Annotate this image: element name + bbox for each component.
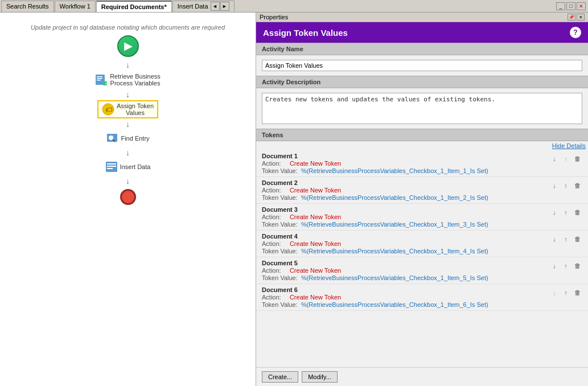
close-btn[interactable]: ✕ [577,2,586,10]
hide-details-button[interactable]: Hide Details [552,142,586,149]
tab-required-docs-label: Required Documents* [101,3,167,10]
properties-heading: Assign Token Values ? [256,22,588,43]
token-up-btn-3[interactable]: ↑ [561,207,571,217]
token-action-field-3: Action: Create New Token [262,213,549,220]
main-layout: Update project in sql database notating … [0,13,588,386]
svg-rect-12 [107,163,116,165]
token-value-label-6: Token Value: [262,301,299,308]
token-down-btn-6[interactable]: ↓ [549,288,560,298]
token-entry-4: Document 4 Action: Create New Token Toke… [256,231,588,257]
properties-title-bar: Properties 📌 ✕ [256,13,588,22]
svg-rect-1 [97,76,102,77]
arrow-1: ↓ [126,60,130,69]
token-value-value-1: %(RetrieveBusinessProcessVariables_Check… [301,167,488,174]
token-action-label-6: Action: [262,294,288,301]
tokens-section-header: Tokens [256,129,588,141]
token-value-label-1: Token Value: [262,167,299,174]
arrow-2: ↓ [126,90,130,99]
activity-find-entry[interactable]: Find Entry [101,130,154,147]
create-button[interactable]: Create... [262,371,298,383]
find-entry-label: Find Entry [121,135,149,142]
token-action-field-2: Action: Create New Token [262,187,549,194]
token-action-label-3: Action: [262,213,288,220]
tab-insert-data-label: Insert Data [178,3,208,10]
token-actions-5: ↓ ↑ 🗑 [549,260,582,271]
token-info-6: Document 6 Action: Create New Token Toke… [262,286,549,308]
token-action-field-6: Action: Create New Token [262,294,549,301]
retrieve-label: Retrieve BusinessProcess Variables [110,73,161,87]
tab-search-results-label: Search Results [6,3,49,10]
token-delete-btn-2[interactable]: 🗑 [572,180,582,191]
assign-token-icon: 🏷 [102,103,114,116]
tab-search-results[interactable]: Search Results [1,1,54,12]
activity-name-input[interactable] [262,60,582,71]
token-delete-btn-5[interactable]: 🗑 [572,261,582,271]
token-value-value-4: %(RetrieveBusinessProcessVariables_Check… [301,248,488,254]
token-delete-btn-1[interactable]: 🗑 [572,154,582,164]
end-node [120,189,136,205]
token-value-label-3: Token Value: [262,221,299,228]
token-value-field-4: Token Value: %(RetrieveBusinessProcessVa… [262,248,549,254]
svg-rect-14 [107,168,113,169]
token-entry-6: Document 6 Action: Create New Token Toke… [256,284,588,311]
properties-heading-label: Assign Token Values [263,28,348,38]
token-delete-btn-6[interactable]: 🗑 [572,288,582,298]
workflow-canvas: Update project in sql database notating … [0,13,256,211]
token-info-2: Document 2 Action: Create New Token Toke… [262,179,549,201]
token-name-5: Document 5 [262,260,549,266]
maximize-btn[interactable]: □ [566,2,575,10]
tokens-section: Hide Details Document 1 Action: Create N… [256,141,588,367]
token-up-btn-4[interactable]: ↑ [561,234,571,244]
token-entry-header-4: Document 4 Action: Create New Token Toke… [262,233,582,254]
token-entry-header-2: Document 2 Action: Create New Token Toke… [262,179,582,201]
token-entry-header-5: Document 5 Action: Create New Token Toke… [262,260,582,281]
tab-required-docs[interactable]: Required Documents* [96,1,172,12]
token-value-value-2: %(RetrieveBusinessProcessVariables_Check… [301,194,488,201]
svg-rect-3 [97,80,101,81]
token-down-btn-3[interactable]: ↓ [549,207,560,217]
tab-insert-data[interactable]: Insert Data ◄ ► [172,1,235,12]
token-up-btn-2[interactable]: ↑ [561,180,571,191]
token-action-field-4: Action: Create New Token [262,240,549,247]
svg-point-9 [109,135,113,140]
tab-prev-btn[interactable]: ◄ [211,2,220,11]
tab-workflow-1[interactable]: Workflow 1 [55,1,96,12]
token-down-btn-4[interactable]: ↓ [549,234,560,244]
workflow-description: Update project in sql database notating … [31,24,225,31]
token-up-btn-1[interactable]: ↑ [561,154,571,164]
token-actions-4: ↓ ↑ 🗑 [549,233,582,244]
token-value-value-6: %(RetrieveBusinessProcessVariables_Check… [301,301,488,308]
prop-pin-btn[interactable]: 📌 [568,14,575,20]
activity-assign-token[interactable]: 🏷 Assign TokenValues [97,100,158,118]
minimize-btn[interactable]: _ [556,2,565,10]
start-node: ▶ [117,35,139,57]
token-action-value-2: Create New Token [290,187,341,194]
token-actions-6: ↓ ↑ 🗑 [549,286,582,298]
token-actions-3: ↓ ↑ 🗑 [549,206,582,217]
find-entry-icon [106,132,118,145]
token-up-btn-5[interactable]: ↑ [561,261,571,271]
token-down-btn-5[interactable]: ↓ [549,261,560,271]
activity-desc-textarea[interactable] [262,93,582,124]
token-delete-btn-4[interactable]: 🗑 [572,234,582,244]
activity-retrieve[interactable]: ✓ Retrieve BusinessProcess Variables [91,71,165,89]
arrow-3: ↓ [126,120,130,129]
token-value-field-6: Token Value: %(RetrieveBusinessProcessVa… [262,301,549,308]
token-down-btn-1[interactable]: ↓ [549,154,560,164]
token-delete-btn-3[interactable]: 🗑 [572,207,582,217]
token-name-3: Document 3 [262,206,549,213]
modify-button[interactable]: Modify... [302,371,338,383]
activity-insert-data[interactable]: Insert Data [101,158,155,175]
token-info-4: Document 4 Action: Create New Token Toke… [262,233,549,254]
prop-close-btn[interactable]: ✕ [577,14,585,20]
help-button[interactable]: ? [570,27,581,38]
insert-data-label: Insert Data [120,163,151,170]
token-value-label-5: Token Value: [262,274,299,281]
token-actions-1: ↓ ↑ 🗑 [549,153,582,164]
properties-title: Properties [260,14,288,20]
assign-token-label: Assign TokenValues [117,102,154,116]
token-list: Document 1 Action: Create New Token Toke… [256,150,588,311]
token-down-btn-2[interactable]: ↓ [549,180,560,191]
token-up-btn-6[interactable]: ↑ [561,288,571,298]
tab-next-btn[interactable]: ► [220,2,229,11]
